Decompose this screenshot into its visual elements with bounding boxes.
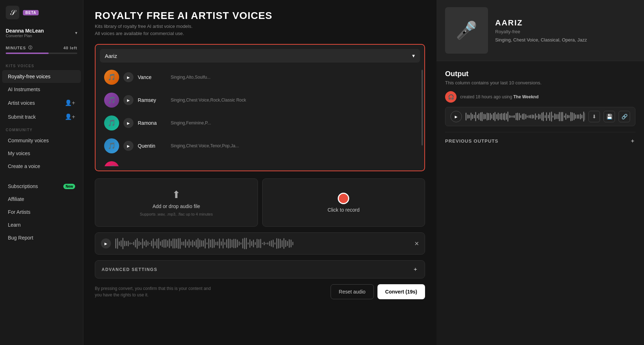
- minutes-label: MINUTES: [6, 46, 26, 50]
- upload-drop-box[interactable]: ⬆ Add or drop audio file Supports .wav, …: [95, 178, 258, 227]
- add-track-icon[interactable]: 👤+: [65, 113, 75, 120]
- kits-voices-section-label: KITS VOICES: [0, 60, 83, 70]
- user-plan: Converter Plan: [6, 34, 44, 38]
- reset-audio-button[interactable]: Reset audio: [331, 284, 374, 299]
- voice-tags-vance: Singing,Alto,Soulfu...: [171, 75, 416, 80]
- voice-item-vance[interactable]: 🎵 ▶ Vance Singing,Alto,Soulfu...: [100, 66, 420, 88]
- output-time: created 18 hours ago using: [460, 94, 513, 99]
- expand-previous-icon: ＋: [630, 137, 635, 145]
- featured-artist-image: 🎤: [445, 7, 488, 54]
- play-output-button[interactable]: ▶: [450, 111, 462, 122]
- voice-item-quentin[interactable]: 🎵 ▶ Quentin Singing,Chest Voice,Tenor,Po…: [100, 135, 420, 157]
- advanced-settings-label: ADVANCED SETTINGS: [102, 267, 157, 272]
- sidebar-item-community-voices[interactable]: Community voices: [2, 134, 81, 147]
- play-waveform-button[interactable]: ▶: [101, 238, 111, 248]
- voice-name-quentin: Quentin: [138, 143, 166, 149]
- waveform-bar: ▶ ✕: [95, 232, 425, 255]
- voice-item-ramona[interactable]: 🎵 ▶ Ramona Singing,Feminine,P...: [100, 112, 420, 134]
- output-subtitle: This column contains your last 10 conver…: [445, 80, 635, 85]
- voice-avatar-vance: 🎵: [104, 70, 119, 85]
- voice-item-more[interactable]: 🎵: [100, 158, 420, 166]
- royalty-free-label: Royalty-free: [495, 29, 587, 34]
- play-ramona-button[interactable]: ▶: [123, 118, 133, 128]
- previous-outputs-section[interactable]: PREVIOUS OUTPUTS ＋: [445, 132, 635, 150]
- voice-selector-container: Aariz ▾ 🎵 ▶ Vance Singing,Alto,Soulfu...…: [95, 44, 425, 171]
- close-waveform-button[interactable]: ✕: [414, 240, 419, 247]
- convert-button[interactable]: Convert (19s): [377, 284, 425, 299]
- upload-sublabel: Supports .wav, .mp3, .flac up to 4 minut…: [140, 212, 213, 216]
- output-artist: The Weeknd: [513, 94, 538, 99]
- artist-name: AARIZ: [495, 18, 587, 28]
- royalty-free-voices-label: Royalty-free voices: [8, 74, 50, 79]
- output-title: Output: [445, 70, 635, 78]
- minutes-progress-fill: [6, 53, 49, 54]
- sidebar-item-subscriptions[interactable]: Subscriptions New: [2, 180, 81, 193]
- add-artist-voice-icon[interactable]: 👤+: [65, 99, 75, 106]
- voice-avatar-quentin: 🎵: [104, 138, 119, 153]
- voice-item-ramsey[interactable]: 🎵 ▶ Ramsey Singing,Chest Voice,Rock,Clas…: [100, 89, 420, 111]
- play-ramsey-button[interactable]: ▶: [123, 95, 133, 105]
- ai-instruments-label: AI Instruments: [8, 87, 40, 92]
- sidebar-item-affiliate[interactable]: Affiliate: [2, 193, 81, 206]
- featured-artist-info: AARIZ Royalty-free Singing, Chest Voice,…: [495, 18, 587, 43]
- main-content: ROYALTY FREE AI ARTIST VOICES Kits libra…: [83, 0, 436, 345]
- output-avatar: 🎧: [445, 91, 457, 103]
- voice-name-vance: Vance: [138, 74, 166, 80]
- share-link-button[interactable]: 🔗: [619, 111, 630, 122]
- voice-avatar-ramona: 🎵: [104, 115, 119, 130]
- learn-label: Learn: [8, 222, 21, 228]
- voice-name-ramsey: Ramsey: [138, 97, 166, 103]
- minutes-left: 40 left: [63, 46, 77, 50]
- output-meta: created 18 hours ago using The Weeknd: [460, 94, 538, 99]
- record-box[interactable]: Click to record: [262, 178, 425, 227]
- affiliate-label: Affiliate: [8, 196, 24, 202]
- sidebar-item-my-voices[interactable]: My voices: [2, 147, 81, 160]
- output-waveform: ▶ ⬇ 💾 🔗: [445, 107, 635, 126]
- sidebar-item-royalty-free-voices[interactable]: Royalty-free voices: [2, 70, 81, 83]
- sidebar-item-create-voice[interactable]: Create a voice: [2, 160, 81, 173]
- voice-tags-quentin: Singing,Chest Voice,Tenor,Pop,Ja...: [171, 143, 416, 148]
- sidebar-item-artist-voices[interactable]: Artist voices 👤+: [2, 96, 81, 110]
- voice-tags-ramona: Singing,Feminine,P...: [171, 120, 416, 125]
- chevron-down-icon: ▾: [412, 53, 415, 59]
- sidebar-item-for-artists[interactable]: For Artists: [2, 206, 81, 218]
- output-section: Output This column contains your last 10…: [436, 61, 644, 158]
- my-voices-label: My voices: [8, 151, 30, 156]
- bug-report-label: Bug Report: [8, 235, 33, 241]
- save-button[interactable]: 💾: [604, 111, 615, 122]
- voice-name-ramona: Ramona: [138, 120, 166, 126]
- user-menu[interactable]: Deanna McLean Converter Plan ▾: [0, 25, 83, 44]
- action-buttons: Reset audio Convert (19s): [331, 284, 425, 299]
- voice-selector-dropdown[interactable]: Aariz ▾: [100, 49, 420, 63]
- play-vance-button[interactable]: ▶: [123, 72, 133, 82]
- sidebar-item-learn[interactable]: Learn: [2, 218, 81, 231]
- info-icon: ⓘ: [28, 45, 33, 50]
- submit-track-label: Submit track: [8, 114, 36, 120]
- new-badge: New: [63, 184, 75, 189]
- page-title: ROYALTY FREE AI ARTIST VOICES: [95, 10, 425, 21]
- voice-tags-ramsey: Singing,Chest Voice,Rock,Classic Rock: [171, 98, 416, 103]
- sidebar-item-bug-report[interactable]: Bug Report: [2, 231, 81, 244]
- chevron-down-icon: ▾: [75, 30, 77, 35]
- beta-badge: BETA: [23, 10, 39, 15]
- upload-area: ⬆ Add or drop audio file Supports .wav, …: [95, 178, 425, 227]
- logo-icon: 𝒮: [6, 6, 19, 19]
- subscriptions-label: Subscriptions: [8, 183, 38, 189]
- scrollbar-indicator: [421, 70, 423, 145]
- sidebar-item-submit-track[interactable]: Submit track 👤+: [2, 110, 81, 124]
- sidebar-item-ai-instruments[interactable]: AI Instruments: [2, 83, 81, 96]
- community-section-label: COMMUNITY: [0, 124, 83, 134]
- sidebar: 𝒮 BETA Deanna McLean Converter Plan ▾ MI…: [0, 0, 83, 345]
- download-button[interactable]: ⬇: [589, 111, 600, 122]
- user-info: Deanna McLean Converter Plan: [6, 28, 44, 38]
- minutes-progress-bar: [6, 53, 77, 54]
- advanced-settings-section[interactable]: ADVANCED SETTINGS ＋: [95, 260, 425, 279]
- artist-tags: Singing, Chest Voice, Classical, Opera, …: [495, 37, 587, 43]
- play-quentin-button[interactable]: ▶: [123, 141, 133, 151]
- user-name: Deanna McLean: [6, 28, 44, 34]
- sidebar-logo: 𝒮 BETA: [0, 6, 83, 25]
- sidebar-bottom: Subscriptions New Affiliate For Artists …: [0, 180, 83, 244]
- bottom-bar: By pressing convert, you confirm that th…: [95, 284, 425, 299]
- record-label: Click to record: [328, 207, 360, 213]
- upload-icon: ⬆: [172, 189, 180, 201]
